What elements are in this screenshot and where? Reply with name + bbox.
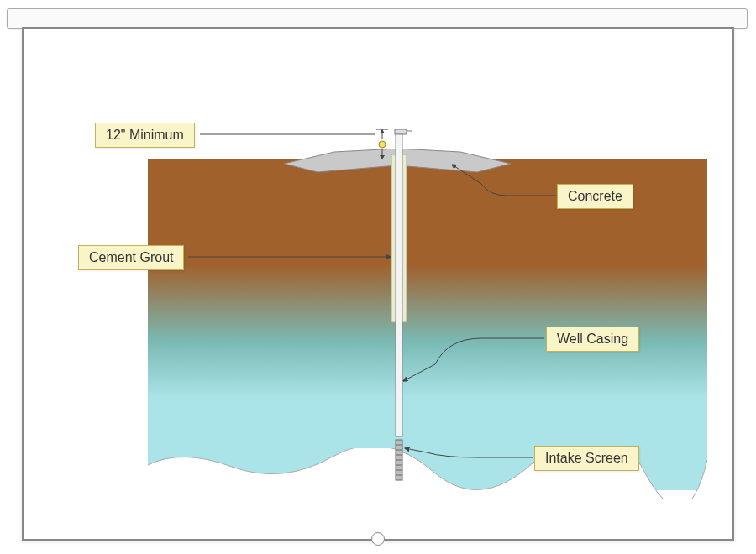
projector-screen-top [7, 8, 748, 29]
projector-screen-body: 12" Minimum Concrete Cement Grout Well C… [22, 27, 734, 541]
screen-pull-ring-icon [371, 532, 385, 546]
well-diagram: 12" Minimum Concrete Cement Grout Well C… [0, 0, 756, 554]
leader-lines [24, 29, 732, 539]
